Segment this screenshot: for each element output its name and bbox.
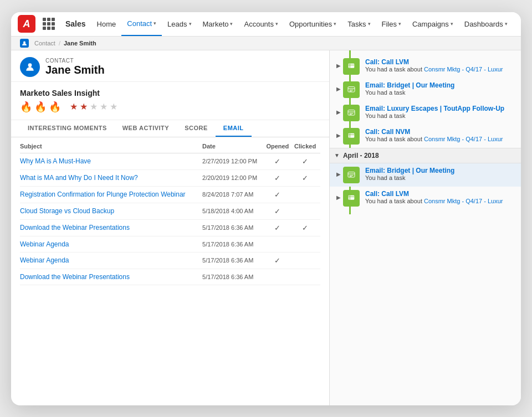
email-date-cell: 5/17/2018 6:36 AM	[202, 269, 265, 285]
timeline-title[interactable]: Call: Call LVM	[365, 190, 514, 198]
timeline-type-icon	[343, 81, 360, 98]
email-clicked-cell	[293, 252, 320, 269]
main-window: A Sales Home Contact ▾ Leads ▾ Marketo ▾	[11, 12, 521, 405]
expand-button[interactable]: ▶	[334, 170, 343, 179]
timeline-title[interactable]: Email: Bridget | Our Meeting	[365, 81, 514, 89]
marketo-section: Marketo Sales Insight 🔥 🔥 🔥 ★ ★ ★ ★ ★	[11, 82, 329, 120]
email-date-cell: 5/17/2018 6:36 AM	[202, 236, 265, 252]
email-subject-cell[interactable]: Webinar Agenda	[20, 236, 202, 252]
email-clicked-cell	[293, 186, 320, 203]
star-empty-3: ★	[90, 101, 98, 112]
email-date-cell: 5/17/2018 6:36 AM	[202, 219, 265, 236]
email-clicked-cell	[293, 236, 320, 252]
tab-interesting-moments[interactable]: INTERESTING MOMENTS	[20, 120, 115, 137]
chevron-down-icon: ▾	[398, 21, 401, 27]
breadcrumb: Contact / Jane Smith	[11, 37, 521, 50]
grid-menu-button[interactable]	[41, 16, 57, 32]
nav-item-home[interactable]: Home	[91, 12, 122, 37]
table-row: Cloud Storage vs Cloud Backup 5/18/2018 …	[20, 203, 320, 219]
email-opened-cell: ✓	[265, 153, 294, 169]
email-opened-cell	[265, 236, 294, 252]
expand-button[interactable]: ▶	[334, 131, 343, 140]
nav-item-dashboards[interactable]: Dashboards ▾	[459, 12, 513, 37]
timeline-title[interactable]: Call: Call NVM	[365, 128, 514, 136]
email-subject-cell[interactable]: Cloud Storage vs Cloud Backup	[20, 203, 202, 219]
email-subject-cell[interactable]: Why MA is A Must-Have	[20, 153, 202, 169]
nav-item-accounts[interactable]: Accounts ▾	[238, 12, 283, 37]
chevron-down-icon: ▾	[230, 21, 233, 27]
timeline-type-icon	[343, 105, 360, 121]
timeline-link[interactable]: Consmr Mktg - Q4/17 - Luxur	[424, 136, 503, 142]
svg-rect-20	[349, 195, 355, 199]
star-icon-2: ★	[80, 101, 88, 112]
timeline-title[interactable]: Call: Call LVM	[365, 58, 514, 66]
tabs-bar: INTERESTING MOMENTS WEB ACTIVITY SCORE E…	[11, 120, 329, 137]
table-row: Why MA is A Must-Have 2/27/2019 12:00 PM…	[20, 153, 320, 169]
contact-name: Jane Smith	[45, 64, 105, 76]
nav-item-contact[interactable]: Contact ▾	[121, 12, 162, 37]
month-label: April - 2018	[343, 152, 379, 159]
col-header-clicked: Clicked	[293, 137, 320, 153]
tab-email[interactable]: EMAIL	[216, 120, 252, 137]
timeline-item: ▶ Call: Call LVM You had a task about Co…	[330, 55, 521, 78]
nav-item-opportunities[interactable]: Opportunities ▾	[284, 12, 342, 37]
timeline-desc: You had a task	[365, 174, 514, 181]
timeline-desc: You had a task	[365, 112, 514, 119]
collapse-icon: ▼	[334, 152, 340, 158]
svg-point-1	[28, 63, 32, 67]
month-divider[interactable]: ▼ April - 2018	[330, 148, 521, 163]
timeline-content: Email: Bridget | Our Meeting You had a t…	[365, 167, 514, 181]
email-subject-cell[interactable]: Download the Webinar Presentations	[20, 269, 202, 285]
timeline-item: ▶ Email: Luxury Escapes | ToutApp Follow…	[330, 101, 521, 125]
nav-item-tasks[interactable]: Tasks ▾	[342, 12, 376, 37]
email-opened-cell: ✓	[265, 252, 294, 269]
email-subject-cell[interactable]: Download the Webinar Presentations	[20, 219, 202, 236]
col-header-date: Date	[202, 137, 265, 153]
email-table-wrap: Subject Date Opened Clicked Why MA is A …	[11, 137, 329, 405]
svg-rect-13	[349, 133, 355, 137]
timeline-type-icon	[343, 128, 360, 145]
star-icon-1: ★	[70, 101, 78, 112]
email-subject-cell[interactable]: Webinar Agenda	[20, 252, 202, 269]
expand-button[interactable]: ▶	[334, 108, 343, 117]
contact-header: Contact Jane Smith	[11, 50, 329, 82]
expand-button[interactable]: ▶	[334, 61, 343, 70]
timeline-link[interactable]: Consmr Mktg - Q4/17 - Luxur	[424, 198, 503, 204]
timeline-content: Call: Call NVM You had a task about Cons…	[365, 128, 514, 142]
nav-item-campaigns[interactable]: Campaigns ▾	[407, 12, 459, 37]
email-opened-cell: ✓	[265, 186, 294, 203]
nav-item-sales[interactable]: Sales	[60, 12, 91, 37]
timeline-desc: You had a task about Consmr Mktg - Q4/17…	[365, 136, 514, 142]
email-opened-cell: ✓	[265, 169, 294, 186]
chevron-down-icon: ▾	[334, 21, 336, 27]
table-row: What is MA and Why Do I Need It Now? 2/2…	[20, 169, 320, 186]
nav-item-leads[interactable]: Leads ▾	[162, 12, 197, 37]
nav-item-marketo[interactable]: Marketo ▾	[197, 12, 239, 37]
expand-button[interactable]: ▶	[334, 193, 343, 202]
table-row: Registration Confirmation for Plunge Pro…	[20, 186, 320, 203]
timeline-link[interactable]: Consmr Mktg - Q4/17 - Luxur	[424, 66, 503, 73]
email-subject-cell[interactable]: Registration Confirmation for Plunge Pro…	[20, 186, 202, 203]
timeline-item: ▶ Call: Call LVM You had a task about Co…	[330, 187, 521, 210]
email-subject-cell[interactable]: What is MA and Why Do I Need It Now?	[20, 169, 202, 186]
svg-point-0	[23, 41, 25, 43]
email-date-cell: 8/24/2018 7:07 AM	[202, 186, 265, 203]
tab-score[interactable]: SCORE	[177, 120, 216, 137]
email-opened-cell: ✓	[265, 203, 294, 219]
marketo-title: Marketo Sales Insight	[20, 89, 320, 97]
expand-button[interactable]: ▶	[334, 85, 343, 94]
timeline-title[interactable]: Email: Bridget | Our Meeting	[365, 167, 514, 174]
topbar: A Sales Home Contact ▾ Leads ▾ Marketo ▾	[11, 12, 521, 37]
flame-icon-2: 🔥	[34, 101, 47, 113]
contact-avatar	[20, 57, 40, 77]
chevron-down-icon: ▾	[505, 21, 508, 27]
timeline-type-icon	[343, 58, 360, 75]
left-panel: Contact Jane Smith Marketo Sales Insight…	[11, 50, 330, 405]
star-empty-4: ★	[100, 101, 108, 112]
tab-web-activity[interactable]: WEB ACTIVITY	[115, 120, 177, 137]
nav-item-files[interactable]: Files ▾	[376, 12, 407, 37]
email-clicked-cell	[293, 203, 320, 219]
timeline-title[interactable]: Email: Luxury Escapes | ToutApp Follow-U…	[365, 105, 514, 112]
timeline-type-icon	[343, 167, 360, 183]
timeline-desc: You had a task about Consmr Mktg - Q4/17…	[365, 66, 514, 73]
